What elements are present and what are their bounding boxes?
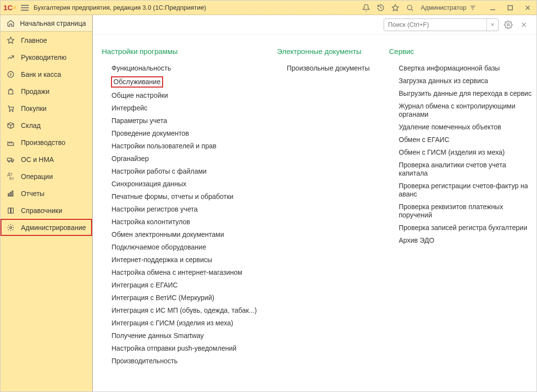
nav-link[interactable]: Общие настройки [111,91,168,99]
svg-text:₽: ₽ [10,72,12,76]
gear-icon [6,223,15,232]
svg-point-1 [407,5,412,9]
sidebar-item-label: Главное [21,36,47,44]
column-heading: Настройки программы [102,47,262,55]
column-1: Электронные документыПроизвольные докуме… [277,47,374,72]
titlebar-actions: Администратор [362,4,476,12]
sidebar-item-label: Администрирование [21,224,86,232]
star-icon[interactable] [391,4,399,12]
sidebar-item-3[interactable]: Продажи [0,83,92,100]
list-item: Настройки регистров учета [111,205,262,214]
nav-link[interactable]: Загрузка данных из сервиса [399,77,488,85]
svg-point-14 [12,110,13,111]
nav-link[interactable]: Производительность [111,357,178,365]
nav-link[interactable]: Проведение документов [111,129,189,137]
user-label[interactable]: Администратор [421,4,476,11]
nav-link[interactable]: Обмен с ГИСМ (изделия из меха) [399,148,505,156]
sidebar-item-1[interactable]: Руководителю [0,49,92,66]
search-icon[interactable] [406,4,414,12]
sidebar-item-9[interactable]: Отчеты [0,185,92,202]
nav-link[interactable]: Интеграция с ГИСМ (изделия из меха) [111,319,233,327]
search-clear-button[interactable]: × [486,19,498,31]
nav-link[interactable]: Журнал обмена с контролирующими органами [399,102,516,118]
minimize-button[interactable] [487,2,499,14]
nav-link[interactable]: Произвольные документы [287,64,370,72]
close-panel-button[interactable] [518,19,530,31]
link-list: Свертка информационной базыЗагрузка данн… [389,64,535,245]
maximize-button[interactable] [504,2,516,14]
nav-link[interactable]: Архив ЭДО [399,236,434,244]
sidebar-item-4[interactable]: Покупки [0,100,92,117]
book-icon [6,206,15,215]
nav-link[interactable]: Проверка реквизитов платежных поручений [399,203,503,219]
search-input[interactable] [384,19,486,31]
list-item: Получение данных Smartway [111,332,262,340]
nav-link[interactable]: Интеграция с ЕГАИС [111,281,178,289]
ruble-icon: ₽ [6,70,15,79]
logo-1c-icon: 1C≡ [3,3,16,12]
app-window: 1C≡ Бухгалтерия предприятия, редакция 3.… [0,0,537,392]
svg-rect-20 [12,191,13,196]
svg-point-13 [9,110,10,111]
nav-link[interactable]: Интеграция с ВетИС (Меркурий) [111,294,214,302]
nav-link[interactable]: Настройка обмена с интернет-магазином [111,268,242,276]
cart-icon [6,104,15,113]
nav-link[interactable]: Настройка колонтитулов [111,218,190,226]
list-item: Проверка записей регистра бухгалтерии [399,224,535,232]
nav-link[interactable]: Настройка отправки push-уведомлений [111,344,237,352]
nav-link[interactable]: Свертка информационной базы [399,64,500,72]
nav-link[interactable]: Проверка записей регистра бухгалтерии [399,224,527,232]
list-item: Обмен с ЕГАИС [399,136,535,144]
sidebar-item-2[interactable]: ₽Банк и касса [0,66,92,83]
nav-link[interactable]: Проверка аналитики счетов учета капитала [399,161,506,177]
nav-link[interactable]: Функциональность [111,64,171,72]
sidebar-item-6[interactable]: Производство [0,134,92,151]
menu-icon[interactable] [21,5,29,11]
sidebar-item-label: Справочники [21,207,62,214]
window-title: Бухгалтерия предприятия, редакция 3.0 (1… [34,4,206,11]
sidebar-home[interactable]: Начальная страница [0,15,92,32]
svg-rect-7 [508,5,513,10]
nav-link[interactable]: Параметры учета [111,117,167,125]
nav-link[interactable]: Интернет-поддержка и сервисы [111,256,212,264]
nav-link[interactable]: Печатные формы, отчеты и обработки [111,193,233,200]
bell-icon[interactable] [362,4,370,12]
svg-marker-10 [7,37,14,43]
bars-icon [6,189,15,198]
nav-link[interactable]: Интеграция с ИС МП (обувь, одежда, табак… [111,306,257,314]
sidebar-item-11[interactable]: Администрирование [0,219,92,236]
sidebar-item-0[interactable]: Главное [0,32,92,49]
sidebar-home-label: Начальная страница [20,19,86,27]
close-button[interactable] [522,2,534,14]
nav-link[interactable]: Органайзер [111,155,148,162]
list-item: Настройка обмена с интернет-магазином [111,268,262,277]
titlebar: 1C≡ Бухгалтерия предприятия, редакция 3.… [0,0,537,15]
list-item: Интернет-поддержка и сервисы [111,256,262,264]
sidebar-item-7[interactable]: ОС и НМА [0,151,92,168]
svg-point-22 [507,23,510,26]
history-icon[interactable] [377,4,385,12]
nav-link[interactable]: Подключаемое оборудование [111,243,206,251]
nav-link[interactable]: Обмен электронными документами [111,231,224,238]
nav-link[interactable]: Настройки пользователей и прав [111,142,216,150]
nav-link[interactable]: Удаление помеченных объектов [399,123,501,131]
settings-icon[interactable] [502,19,514,31]
nav-link[interactable]: Интерфейс [111,104,148,112]
sidebar-item-5[interactable]: Склад [0,117,92,134]
nav-link[interactable]: Синхронизация данных [111,180,186,188]
list-item: Интеграция с ГИСМ (изделия из меха) [111,319,262,327]
nav-link[interactable]: Выгрузить данные для перехода в сервис [399,89,532,97]
nav-link[interactable]: Получение данных Smartway [111,332,204,339]
nav-link[interactable]: Обмен с ЕГАИС [399,136,449,143]
nav-link[interactable]: Настройки работы с файлами [111,167,206,175]
nav-link[interactable]: Настройки регистров учета [111,205,198,213]
nav-link[interactable]: Проверка регистрации счетов-фактур на ав… [399,182,528,198]
sidebar-item-10[interactable]: Справочники [0,202,92,219]
sidebar-item-8[interactable]: ДтКтОперации [0,168,92,185]
app-body: Начальная страница ГлавноеРуководителю₽Б… [0,15,537,392]
nav-link[interactable]: Обслуживание [111,77,163,87]
list-item: Архив ЭДО [399,236,535,245]
sidebar-nav: ГлавноеРуководителю₽Банк и кассаПродажиП… [0,32,92,236]
filter-icon [469,4,476,11]
svg-rect-18 [8,194,9,196]
